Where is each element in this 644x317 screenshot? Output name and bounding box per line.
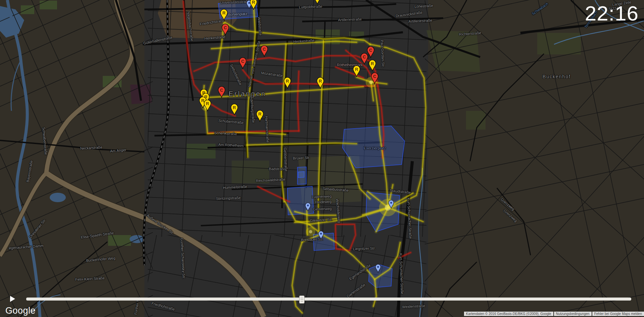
map-marker-blue[interactable]	[375, 264, 381, 273]
marker-letter: R	[286, 79, 289, 84]
play-button[interactable]	[10, 296, 15, 302]
marker-letter: R	[258, 111, 262, 117]
marker-dot	[320, 233, 322, 235]
map-marker-blue[interactable]	[305, 202, 311, 212]
map-marker-c[interactable]: C	[360, 53, 368, 65]
map-marker-r[interactable]: R	[283, 77, 291, 89]
map-marker-r[interactable]: R	[316, 77, 324, 89]
marker-letter: R	[206, 101, 209, 106]
map-marker-r[interactable]: R	[313, 0, 321, 5]
attribution-map-data: Kartendaten © 2016 GeoBasis-DE/BKG (©200…	[464, 312, 553, 316]
marker-letter: R	[222, 10, 226, 15]
map-marker-blue[interactable]	[318, 231, 324, 240]
marker-letter: C	[241, 59, 244, 64]
marker-letter: C	[224, 25, 227, 30]
attribution-bar: Kartendaten © 2016 GeoBasis-DE/BKG (©200…	[464, 312, 644, 316]
map-marker-c[interactable]: C	[218, 86, 226, 98]
map-marker-r[interactable]: R	[256, 110, 264, 122]
map-marker-r[interactable]: R	[368, 59, 376, 72]
map-marker-c[interactable]: C	[239, 57, 247, 70]
marker-letter: C	[363, 54, 366, 59]
marker-letter: R	[371, 61, 374, 66]
map-marker-blue[interactable]	[388, 200, 394, 209]
map-marker-c[interactable]: C	[371, 72, 379, 85]
map-marker-r[interactable]: R	[230, 103, 238, 116]
timeline-slider-handle[interactable]	[299, 296, 305, 304]
map-marker-c[interactable]: C	[260, 45, 268, 57]
map-markers: RRRCCCCCRRCRRCRRRRRR	[0, 0, 644, 317]
time-display: 22:16	[585, 1, 639, 25]
map-marker-r[interactable]: R	[203, 99, 212, 112]
marker-dot	[307, 205, 309, 207]
marker-letter: C	[220, 88, 223, 93]
marker-letter: R	[252, 0, 255, 5]
marker-letter: R	[233, 105, 236, 110]
marker-dot	[390, 202, 392, 204]
map-canvas[interactable]: ErlangenBuckenhofLuitpoldstraßeLöhestraß…	[0, 0, 644, 317]
marker-letter: R	[355, 67, 358, 72]
google-logo[interactable]: Google	[5, 306, 36, 316]
marker-dot	[377, 266, 379, 268]
marker-letter: C	[373, 74, 376, 79]
map-marker-r[interactable]: R	[353, 65, 361, 78]
timeline-slider[interactable]	[26, 298, 631, 301]
map-marker-r[interactable]: R	[249, 0, 258, 10]
map-marker-r[interactable]: R	[220, 9, 228, 21]
attribution-terms-link[interactable]: Nutzungsbedingungen	[554, 312, 592, 316]
marker-letter: C	[369, 48, 372, 53]
marker-letter: R	[319, 79, 322, 84]
map-marker-c[interactable]: C	[221, 24, 229, 36]
attribution-report-link[interactable]: Fehler bei Google Maps melden	[592, 312, 644, 316]
marker-letter: C	[263, 47, 266, 52]
